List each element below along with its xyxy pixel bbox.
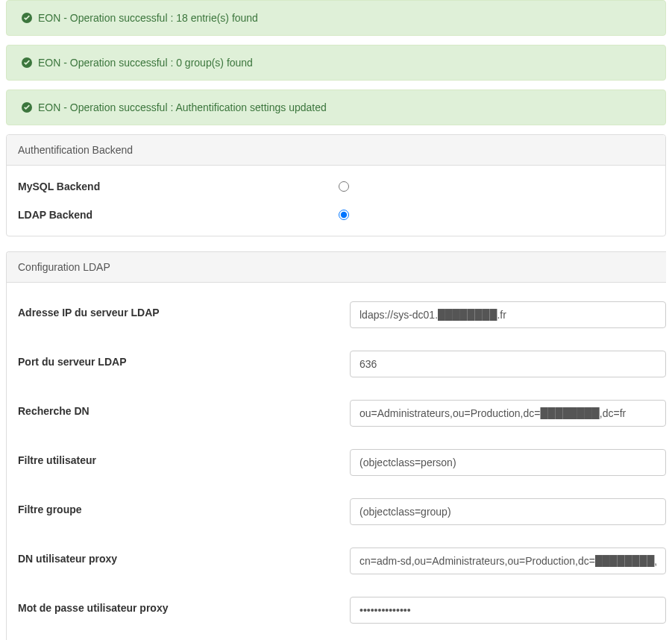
ldap-search-dn-row: Recherche DN: [18, 400, 666, 427]
ldap-config-heading: Configuration LDAP: [7, 252, 666, 283]
ldap-user-filter-input[interactable]: [350, 449, 666, 476]
ldap-proxy-user-dn-input[interactable]: [350, 548, 666, 574]
ldap-user-filter-label: Filtre utilisateur: [18, 449, 350, 466]
ldap-search-dn-label: Recherche DN: [18, 400, 350, 417]
check-circle-icon: [22, 13, 32, 23]
ldap-backend-row: LDAP Backend: [18, 209, 654, 221]
alert-success-auth-updated: EON - Operation successful : Authentific…: [6, 90, 666, 125]
auth-backend-heading: Authentification Backend: [7, 135, 665, 166]
check-circle-icon: [22, 102, 32, 113]
ldap-proxy-user-dn-label: DN utilisateur proxy: [18, 548, 350, 565]
ldap-server-ip-input[interactable]: [350, 301, 666, 328]
ldap-proxy-password-label: Mot de passe utilisateur proxy: [18, 597, 350, 614]
ldap-group-filter-row: Filtre groupe: [18, 498, 666, 525]
ldap-server-port-input[interactable]: [350, 351, 666, 377]
ldap-server-port-row: Port du serveur LDAP: [18, 351, 666, 377]
ldap-user-filter-row: Filtre utilisateur: [18, 449, 666, 476]
alert-success-groups: EON - Operation successful : 0 group(s) …: [6, 45, 666, 81]
ldap-server-ip-label: Adresse IP du serveur LDAP: [18, 301, 350, 319]
ldap-search-dn-input[interactable]: [350, 400, 666, 427]
ldap-group-filter-label: Filtre groupe: [18, 498, 350, 515]
alert-text: EON - Operation successful : 18 entrie(s…: [38, 12, 258, 24]
alert-text: EON - Operation successful : 0 group(s) …: [38, 57, 253, 69]
alert-success-entries: EON - Operation successful : 18 entrie(s…: [6, 0, 666, 36]
check-circle-icon: [22, 57, 32, 68]
ldap-config-panel: Configuration LDAP Adresse IP du serveur…: [6, 251, 666, 640]
ldap-server-ip-row: Adresse IP du serveur LDAP: [18, 301, 666, 328]
ldap-backend-label: LDAP Backend: [18, 209, 339, 221]
alert-text: EON - Operation successful : Authentific…: [38, 101, 327, 113]
ldap-proxy-password-row: Mot de passe utilisateur proxy: [18, 597, 666, 624]
ldap-proxy-user-dn-row: DN utilisateur proxy: [18, 548, 666, 574]
auth-backend-panel: Authentification Backend MySQL Backend L…: [6, 134, 666, 236]
ldap-server-port-label: Port du serveur LDAP: [18, 351, 350, 368]
ldap-backend-radio[interactable]: [339, 210, 349, 220]
mysql-backend-label: MySQL Backend: [18, 181, 339, 192]
ldap-group-filter-input[interactable]: [350, 498, 666, 525]
mysql-backend-radio[interactable]: [339, 181, 349, 192]
ldap-proxy-password-input[interactable]: [350, 597, 666, 624]
mysql-backend-row: MySQL Backend: [18, 181, 654, 192]
